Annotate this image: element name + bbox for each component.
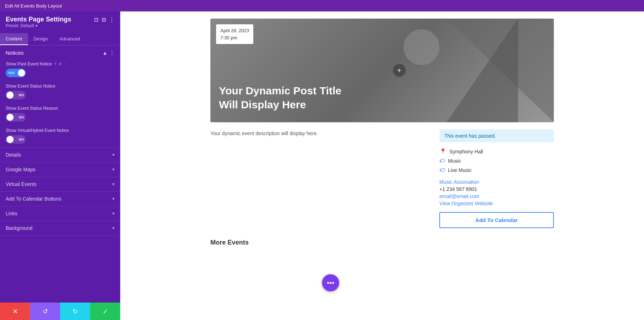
virtual-events-label: Virtual Events: [6, 181, 36, 187]
notices-controls: ▲ ⋮: [102, 50, 114, 56]
virtual-toggle[interactable]: NO: [6, 135, 26, 144]
event-meta: 📍 Symphony Hall 🏷 Music 🏷 Live Music: [439, 148, 554, 173]
past-event-notice-row: Show Past Event Notice ? ↺ ⋮ YES: [0, 59, 120, 81]
sidebar-content: Notices ▲ ⋮ Show Past Event Notice ? ↺ ⋮: [0, 45, 120, 302]
notices-title: Notices: [6, 50, 102, 56]
main-layout: Events Page Settings ⊡ ⊟ ⋮ Preset: Defau…: [0, 11, 644, 320]
banner-title: Your Dynamic Post Title Will Display Her…: [219, 84, 344, 112]
calendar-buttons-label: Add To Calendar Buttons: [6, 196, 61, 202]
background-section[interactable]: Background ▾: [0, 221, 120, 236]
event-status-toggle-label: NO: [19, 93, 24, 97]
tab-advanced[interactable]: Advanced: [54, 33, 86, 45]
past-event-notice-box: This event has passed.: [439, 129, 554, 142]
organizer-email-link[interactable]: email@email.com: [439, 193, 554, 199]
venue-row: 📍 Symphony Hall: [439, 148, 554, 155]
tab-content[interactable]: Content: [0, 33, 28, 45]
event-status-toggle[interactable]: NO: [6, 91, 26, 99]
past-event-toggle-container: YES: [6, 69, 114, 77]
virtual-notice-label: Show Virtual/Hybrid Event Notice: [6, 128, 114, 133]
status-reason-knob: [6, 114, 14, 121]
virtual-toggle-container: NO: [6, 135, 114, 144]
preset-label[interactable]: Preset: Default ▾: [6, 23, 114, 28]
cancel-button[interactable]: ✕: [0, 302, 30, 320]
event-status-reason-row: Show Event Status Reason NO: [0, 103, 120, 125]
category-music: Music: [448, 158, 461, 164]
event-body: Your dynamic event description will disp…: [210, 129, 554, 228]
past-event-help-icon[interactable]: ?: [54, 62, 56, 66]
category-icon-1: 🏷: [439, 158, 445, 164]
past-event-toggle-label: YES: [8, 71, 15, 75]
notices-more-icon[interactable]: ⋮: [109, 50, 114, 56]
links-chevron: ▾: [112, 211, 114, 216]
venue-icon: 📍: [439, 148, 447, 155]
event-status-notice-label: Show Event Status Notice: [6, 84, 114, 89]
past-event-toggle[interactable]: YES: [6, 69, 26, 77]
notices-section: Notices ▲ ⋮ Show Past Event Notice ? ↺ ⋮: [0, 45, 120, 148]
sidebar: Events Page Settings ⊡ ⊟ ⋮ Preset: Defau…: [0, 11, 120, 320]
virtual-events-section[interactable]: Virtual Events ▾: [0, 177, 120, 192]
event-date: April 28, 2023: [220, 27, 249, 34]
sidebar-title: Events Page Settings: [6, 16, 71, 23]
float-action-button[interactable]: •••: [322, 274, 339, 291]
top-bar: Edit All Events Body Layout: [0, 0, 644, 11]
past-event-reset-icon[interactable]: ↺: [58, 62, 62, 67]
save-button[interactable]: ✓: [90, 302, 120, 320]
past-event-more-icon[interactable]: ⋮: [64, 62, 68, 67]
details-chevron: ▾: [112, 152, 114, 157]
event-status-notice-row: Show Event Status Notice NO: [0, 81, 120, 103]
status-reason-label: NO: [19, 115, 24, 119]
collapse-notices-icon[interactable]: ▲: [102, 50, 107, 56]
event-card: April 28, 2023 7:30 pm Your Dynamic Post…: [210, 19, 554, 249]
category-music-row: 🏷 Music: [439, 158, 554, 164]
redo-button[interactable]: ↻: [60, 302, 90, 320]
status-reason-toggle-container: NO: [6, 113, 114, 122]
canvas: April 28, 2023 7:30 pm Your Dynamic Post…: [120, 11, 644, 320]
organizer-website-link[interactable]: View Organizer Website: [439, 201, 554, 206]
organizer-name-link[interactable]: Music Association: [439, 179, 554, 185]
fullscreen-button[interactable]: ⊡: [94, 16, 99, 23]
add-to-calendar-button[interactable]: Add To Calendar: [439, 212, 554, 228]
more-events-label: More Events: [210, 239, 554, 249]
sidebar-footer: ✕ ↺ ↻ ✓: [0, 302, 120, 320]
event-status-reason-label: Show Event Status Reason: [6, 106, 114, 111]
banner-triangle-2: [447, 19, 518, 122]
calendar-buttons-section[interactable]: Add To Calendar Buttons ▾: [0, 192, 120, 206]
sidebar-header: Events Page Settings ⊡ ⊟ ⋮ Preset: Defau…: [0, 11, 120, 30]
venue-name: Symphony Hall: [449, 149, 483, 154]
event-status-toggle-container: NO: [6, 91, 114, 99]
google-maps-label: Google Maps: [6, 167, 35, 172]
virtual-knob: [6, 136, 14, 143]
columns-button[interactable]: ⊟: [102, 16, 106, 23]
status-reason-toggle[interactable]: NO: [6, 113, 26, 122]
details-section[interactable]: Details ▾: [0, 148, 120, 162]
more-options-button[interactable]: ⋮: [109, 16, 114, 23]
notices-header: Notices ▲ ⋮: [0, 45, 120, 59]
virtual-notice-row: Show Virtual/Hybrid Event Notice NO: [0, 125, 120, 147]
past-event-toggle-knob: [18, 69, 25, 77]
organizer-phone: +1 234 567 8901: [439, 186, 554, 192]
details-label: Details: [6, 152, 21, 158]
event-info-sidebar: This event has passed. 📍 Symphony Hall 🏷…: [439, 129, 554, 228]
date-badge: April 28, 2023 7:30 pm: [216, 24, 253, 44]
banner-add-button[interactable]: +: [393, 64, 406, 77]
top-bar-title: Edit All Events Body Layout: [5, 3, 62, 9]
sidebar-tabs: Content Design Advanced: [0, 33, 120, 45]
event-banner: April 28, 2023 7:30 pm Your Dynamic Post…: [210, 19, 554, 122]
links-label: Links: [6, 211, 18, 216]
links-section[interactable]: Links ▾: [0, 206, 120, 221]
background-label: Background: [6, 225, 33, 231]
google-maps-chevron: ▾: [112, 167, 114, 172]
banner-circle: [404, 29, 439, 65]
reset-button[interactable]: ↺: [30, 302, 60, 320]
past-event-notice-label: Show Past Event Notice ? ↺ ⋮: [6, 61, 114, 67]
tab-design[interactable]: Design: [28, 33, 54, 45]
organizer-section: Music Association +1 234 567 8901 email@…: [439, 179, 554, 206]
calendar-buttons-chevron: ▾: [112, 196, 114, 201]
google-maps-section[interactable]: Google Maps ▾: [0, 162, 120, 177]
event-description: Your dynamic event description will disp…: [210, 129, 429, 228]
category-icon-2: 🏷: [439, 167, 445, 173]
virtual-events-chevron: ▾: [112, 182, 114, 187]
virtual-toggle-label: NO: [19, 138, 24, 141]
event-time: 7:30 pm: [220, 34, 249, 41]
background-chevron: ▾: [112, 226, 114, 231]
